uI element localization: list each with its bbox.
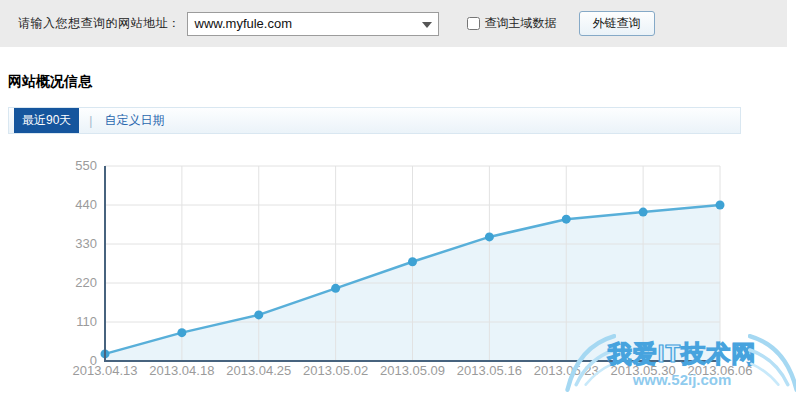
x-tick-label: 2013.04.13: [72, 363, 137, 378]
overview-area-chart: 01102203304405502013.04.132013.04.182013…: [0, 148, 770, 393]
date-range-tabbar: 最近90天 | 自定义日期: [8, 107, 741, 134]
chevron-down-icon[interactable]: [422, 22, 432, 28]
x-tick-label: 2013.05.23: [534, 363, 599, 378]
site-url-select-value: www.myfule.com: [188, 16, 293, 31]
page-title: 网站概况信息: [8, 73, 92, 91]
tab-last-90-days[interactable]: 最近90天: [14, 108, 79, 133]
chart-data-point: [254, 310, 263, 319]
query-bar: 请输入您想查询的网站地址： www.myfule.com 查询主域数据 外链查询: [0, 0, 787, 47]
site-url-select[interactable]: www.myfule.com: [187, 12, 439, 36]
y-tick-label: 110: [76, 314, 97, 329]
page: { "query_bar": { "label": "请输入您想查询的网站地址：…: [0, 0, 796, 404]
main-domain-checkbox[interactable]: [467, 17, 480, 30]
x-tick-label: 2013.05.30: [611, 363, 676, 378]
chart-data-point: [408, 257, 417, 266]
tab-separator: |: [89, 114, 92, 128]
chart-data-point: [562, 215, 571, 224]
x-tick-label: 2013.05.16: [457, 363, 522, 378]
main-domain-checkbox-wrap: 查询主域数据: [467, 15, 557, 32]
chart-data-point: [331, 284, 340, 293]
x-tick-label: 2013.05.09: [380, 363, 445, 378]
x-tick-label: 2013.06.06: [687, 363, 752, 378]
y-tick-label: 550: [75, 158, 97, 173]
x-tick-label: 2013.04.18: [149, 363, 214, 378]
chart-data-point: [177, 328, 186, 337]
y-tick-label: 220: [75, 275, 97, 290]
chart-data-point: [485, 232, 494, 241]
y-tick-label: 330: [75, 236, 97, 251]
chart-data-point: [639, 208, 648, 217]
tab-custom-date[interactable]: 自定义日期: [104, 112, 164, 129]
outlink-query-button[interactable]: 外链查询: [579, 11, 655, 36]
x-tick-label: 2013.04.25: [226, 363, 291, 378]
chart-data-point: [716, 201, 725, 210]
main-domain-checkbox-label: 查询主域数据: [485, 15, 557, 32]
query-bar-label: 请输入您想查询的网站地址：: [18, 15, 181, 32]
y-tick-label: 440: [75, 197, 97, 212]
x-tick-label: 2013.05.02: [303, 363, 368, 378]
